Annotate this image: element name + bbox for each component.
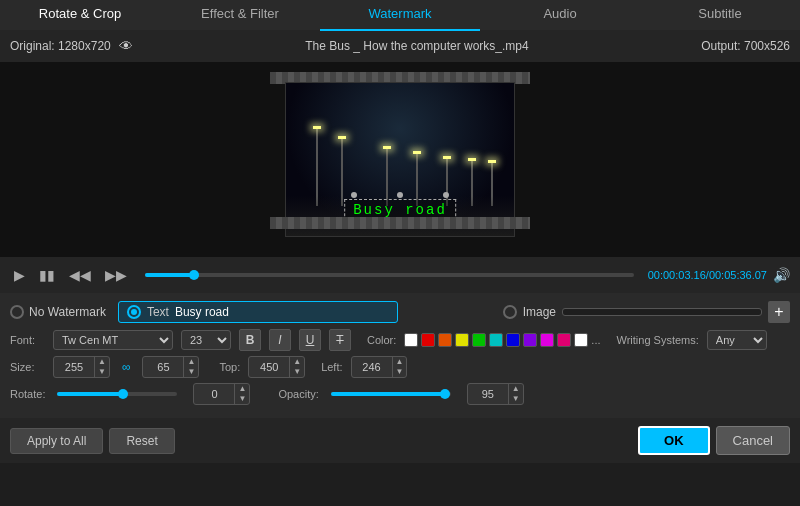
prev-frame-button[interactable]: ◀◀	[65, 265, 95, 285]
progress-track[interactable]	[145, 273, 634, 277]
left-spinbox[interactable]: ▲ ▼	[351, 356, 408, 378]
height-spinbox[interactable]: ▲ ▼	[142, 356, 199, 378]
font-label: Font:	[10, 334, 45, 346]
text-watermark-radio[interactable]	[127, 305, 141, 319]
rotate-up[interactable]: ▲	[235, 384, 249, 394]
rotate-row: Rotate: ▲ ▼ Opacity: ▲ ▼	[10, 383, 790, 405]
swatch-red[interactable]	[421, 333, 435, 347]
opacity-slider[interactable]	[331, 392, 451, 396]
tab-effect-filter[interactable]: Effect & Filter	[160, 0, 320, 31]
rotate-label: Rotate:	[10, 388, 45, 400]
width-up[interactable]: ▲	[95, 357, 109, 367]
left-label: Left:	[321, 361, 342, 373]
left-down[interactable]: ▼	[393, 367, 407, 377]
underline-button[interactable]: U	[299, 329, 321, 351]
size-row: Size: ▲ ▼ ∞ ▲ ▼ Top: ▲ ▼ Left:	[10, 356, 790, 378]
swatch-purple[interactable]	[523, 333, 537, 347]
image-watermark-radio[interactable]	[503, 305, 517, 319]
left-up[interactable]: ▲	[393, 357, 407, 367]
add-image-button[interactable]: +	[768, 301, 790, 323]
text-watermark-label: Text	[147, 305, 169, 319]
swatch-white2[interactable]	[574, 333, 588, 347]
reset-button[interactable]: Reset	[109, 428, 174, 454]
text-watermark-input[interactable]	[175, 305, 335, 319]
swatch-cyan[interactable]	[489, 333, 503, 347]
output-resolution: Output: 700x526	[701, 39, 790, 53]
rotate-slider[interactable]	[57, 392, 177, 396]
progress-fill	[145, 273, 194, 277]
left-input[interactable]	[352, 361, 392, 373]
swatch-green[interactable]	[472, 333, 486, 347]
no-watermark-radio[interactable]	[10, 305, 24, 319]
watermark-text-preview: Busy road	[353, 202, 447, 218]
eye-icon[interactable]: 👁	[119, 38, 133, 54]
watermark-section: No Watermark Text Image + Font: Tw Cen M…	[0, 293, 800, 418]
time-display: 00:00:03.16/00:05:36.07	[648, 269, 767, 281]
rotate-input[interactable]	[194, 388, 234, 400]
original-resolution: Original: 1280x720	[10, 39, 111, 53]
height-input[interactable]	[143, 361, 183, 373]
tab-watermark[interactable]: Watermark	[320, 0, 480, 31]
top-up[interactable]: ▲	[290, 357, 304, 367]
video-thumbnail: Busy road	[285, 82, 515, 237]
rotate-fill	[57, 392, 123, 396]
rotate-spinbox[interactable]: ▲ ▼	[193, 383, 250, 405]
text-watermark-option[interactable]: Text	[118, 301, 398, 323]
height-up[interactable]: ▲	[184, 357, 198, 367]
swatch-pink[interactable]	[557, 333, 571, 347]
volume-icon[interactable]: 🔊	[773, 267, 790, 283]
top-label: Top:	[219, 361, 240, 373]
video-preview: Busy road	[0, 62, 800, 257]
width-spinbox[interactable]: ▲ ▼	[53, 356, 110, 378]
width-down[interactable]: ▼	[95, 367, 109, 377]
stop-button[interactable]: ▮▮	[35, 265, 59, 285]
font-size-select[interactable]: 23	[181, 330, 231, 350]
height-down[interactable]: ▼	[184, 367, 198, 377]
swatch-orange[interactable]	[438, 333, 452, 347]
top-down[interactable]: ▼	[290, 367, 304, 377]
opacity-down[interactable]: ▼	[509, 394, 523, 404]
width-input[interactable]	[54, 361, 94, 373]
play-button[interactable]: ▶	[10, 265, 29, 285]
no-watermark-label: No Watermark	[29, 305, 106, 319]
handle-dot	[351, 192, 357, 198]
apply-to-all-button[interactable]: Apply to All	[10, 428, 103, 454]
opacity-input[interactable]	[468, 388, 508, 400]
bold-button[interactable]: B	[239, 329, 261, 351]
next-frame-button[interactable]: ▶▶	[101, 265, 131, 285]
opacity-fill	[331, 392, 445, 396]
ok-button[interactable]: OK	[638, 426, 710, 455]
tab-subtitle[interactable]: Subtitle	[640, 0, 800, 31]
font-family-select[interactable]: Tw Cen MT	[53, 330, 173, 350]
opacity-thumb	[440, 389, 450, 399]
swatch-blue[interactable]	[506, 333, 520, 347]
writing-systems-select[interactable]: Any	[707, 330, 767, 350]
swatch-white[interactable]	[404, 333, 418, 347]
image-watermark-label: Image	[523, 305, 556, 319]
swatch-yellow[interactable]	[455, 333, 469, 347]
watermark-options-row: No Watermark Text Image +	[10, 301, 790, 323]
strikethrough-button[interactable]: T	[329, 329, 351, 351]
info-bar: Original: 1280x720 👁 The Bus _ How the c…	[0, 30, 800, 62]
opacity-up[interactable]: ▲	[509, 384, 523, 394]
tab-audio[interactable]: Audio	[480, 0, 640, 31]
link-icon[interactable]: ∞	[122, 360, 131, 374]
handle-dot	[443, 192, 449, 198]
no-watermark-option[interactable]: No Watermark	[10, 305, 106, 319]
italic-button[interactable]: I	[269, 329, 291, 351]
action-bar-right: OK Cancel	[638, 426, 790, 455]
top-input[interactable]	[249, 361, 289, 373]
top-spinbox[interactable]: ▲ ▼	[248, 356, 305, 378]
playback-bar: ▶ ▮▮ ◀◀ ▶▶ 00:00:03.16/00:05:36.07 🔊	[0, 257, 800, 293]
image-path-input[interactable]	[562, 308, 762, 316]
swatch-magenta[interactable]	[540, 333, 554, 347]
rotate-down[interactable]: ▼	[235, 394, 249, 404]
tab-bar: Rotate & Crop Effect & Filter Watermark …	[0, 0, 800, 30]
opacity-spinbox[interactable]: ▲ ▼	[467, 383, 524, 405]
writing-systems-label: Writing Systems:	[617, 334, 699, 346]
image-watermark-option: Image +	[503, 301, 790, 323]
tab-rotate-crop[interactable]: Rotate & Crop	[0, 0, 160, 31]
more-colors-button[interactable]: ...	[591, 334, 600, 346]
cancel-button[interactable]: Cancel	[716, 426, 790, 455]
opacity-label: Opacity:	[278, 388, 318, 400]
